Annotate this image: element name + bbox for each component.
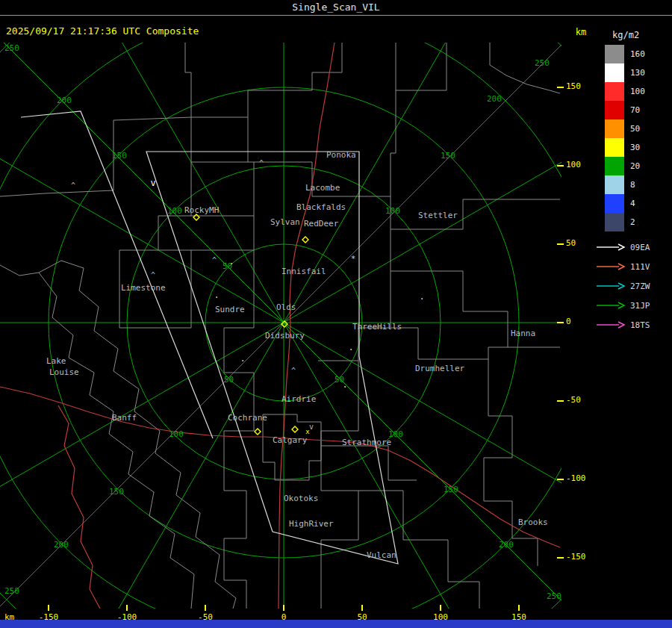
county-boundary [358,491,479,609]
county-boundary [0,117,191,196]
map-marker: ^ [291,367,296,375]
city-label: Cochrane [228,413,267,423]
bottom-axis-tick [440,605,441,611]
scale-value-label: 70 [630,105,640,115]
radar-id-label: 31JP [630,301,650,311]
map-marker: · [214,292,219,302]
right-axis-label: 100 [566,160,581,170]
range-label: 150 [444,485,458,494]
city-label: Drumheller [415,364,465,373]
scale-row: 2 [596,213,671,231]
scale-value-label: 4 [630,199,635,208]
right-axis-label: -100 [566,473,586,483]
range-label: 100 [169,429,184,439]
right-axis-tick [557,557,564,559]
radar-site-marker [255,429,261,435]
bottom-axis-tick [283,605,284,611]
right-axis-tick [557,243,564,245]
status-bar [0,620,672,628]
city-label: Okotoks [284,494,318,503]
range-label: 200 [499,540,514,550]
radar-legend-row: 27ZW [596,276,671,296]
city-label: Blackfalds [296,202,346,212]
right-axis-label: 150 [566,81,581,91]
right-axis-label: -150 [566,552,586,562]
radar-site-marker [302,237,308,243]
city-label: Louise [49,367,79,377]
color-scale: 16013010070503020842 [596,45,671,231]
bottom-axis-tick [518,605,520,611]
map-marker: v [309,423,314,431]
scale-color-swatch [605,157,624,175]
right-axis-tick [557,87,564,88]
county-boundary [391,271,560,359]
scale-value-label: 20 [630,161,640,171]
map-marker: · [228,258,234,269]
scale-row: 4 [596,194,671,213]
city-label: Vulcan [367,550,396,560]
right-axis-tick [557,400,564,402]
radar-map-canvas[interactable]: 2502001501005025020015010050100150200250… [0,43,561,609]
map-marker: · [419,293,424,304]
radar-id-label: 18TS [630,320,650,330]
map-marker: · [348,344,353,355]
legend-unit-label: kg/m2 [612,30,671,40]
city-label: RedDeer [304,219,339,228]
bottom-axis-tick [361,605,363,611]
radar-arrow-icon [596,301,626,310]
city-label: RockyMH [184,205,219,215]
county-boundary [191,117,248,162]
city-label: Lacombe [305,183,340,193]
city-label: Olds [276,302,296,312]
bottom-axis-tick [48,605,49,611]
range-label: 50 [224,375,234,385]
scale-color-swatch [605,194,624,213]
map-marker: · [240,355,245,366]
scale-row: 70 [596,101,671,119]
county-boundary [185,43,342,117]
right-axis-label: -50 [566,395,581,405]
radar-id-label: 111V [630,262,650,272]
scale-value-label: 30 [630,143,640,152]
scale-color-swatch [605,45,624,63]
city-label: Banff [112,413,137,423]
city-label: Airdrie [281,394,316,404]
county-boundary [321,361,358,609]
map-marker: * [351,254,356,264]
scale-color-swatch [605,138,624,157]
map-marker: ^ [212,256,217,264]
range-label: 150 [109,487,124,497]
radar-arrow-icon [596,320,626,329]
map-marker: · [342,382,347,392]
county-boundary [391,199,560,229]
right-axis-label: 50 [566,238,576,248]
city-label: Sundre [215,305,245,314]
city-label: Stettler [418,211,458,220]
city-label: Innisfail [281,267,326,276]
city-label: Limestone [121,283,166,293]
map-marker: ^ [259,159,264,167]
scale-value-label: 130 [630,68,645,78]
city-label: ThreeHills [352,322,402,332]
city-label: Hanna [511,329,535,338]
scale-color-swatch [605,63,624,82]
range-label: 100 [167,206,182,216]
radar-legend-row: 31JP [596,296,671,315]
bottom-axis-tick [205,605,206,611]
azimuth-line [0,43,284,323]
radar-arrow-icon [596,262,626,271]
city-label: HighRiver [289,519,334,529]
range-label: 200 [487,94,502,104]
scale-value-label: 2 [630,217,635,227]
county-boundary [318,328,391,361]
scan-timestamp: 2025/09/17 21:17:36 UTC Composite [6,25,199,37]
highway-line [58,405,100,609]
radar-legend-row: 111V [596,257,671,276]
map-marker: x [305,428,310,435]
radar-site-marker [193,214,199,220]
azimuth-line [284,323,561,532]
scale-color-swatch [605,175,624,194]
radar-id-label: 27ZW [630,282,650,291]
county-boundary [490,43,560,93]
county-boundary [39,261,236,609]
